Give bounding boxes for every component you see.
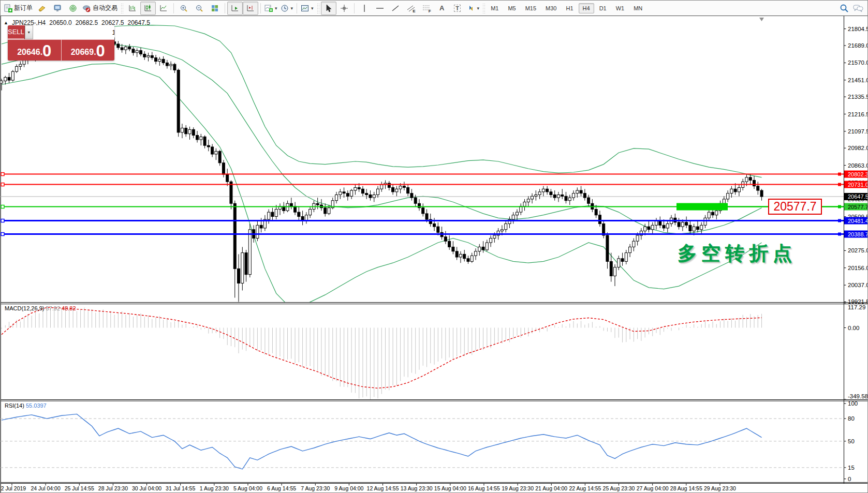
cursor-button[interactable]: [321, 2, 336, 15]
rsi-scale-label: 80: [848, 415, 855, 422]
trendline-button[interactable]: [388, 2, 403, 15]
bar-chart-icon: [128, 4, 137, 12]
rsi-scale-label: 15: [848, 465, 855, 471]
price-tick-label: 20982.0: [848, 145, 868, 151]
timeframe-d1[interactable]: D1: [595, 3, 611, 13]
fibonacci-button[interactable]: F: [419, 2, 434, 15]
collapse-arrow-icon[interactable]: ▲: [4, 20, 8, 25]
equidistant-channel-button[interactable]: E: [403, 2, 419, 15]
timeframe-m30[interactable]: M30: [541, 3, 561, 13]
horizontal-line-button[interactable]: [372, 2, 388, 15]
price-tag-20577-text: 20577.7: [848, 204, 868, 210]
market-watch-button[interactable]: [50, 2, 65, 15]
timeframe-m5[interactable]: M5: [504, 3, 520, 13]
zoom-out-button[interactable]: [192, 2, 207, 15]
volume-decrease-button[interactable]: ▼: [25, 25, 33, 39]
brush-icon: [38, 4, 46, 12]
price-tick-label: 21335.5: [848, 94, 868, 100]
text-tool-button[interactable]: A: [434, 2, 450, 15]
periods-button[interactable]: ▾: [279, 2, 295, 15]
price-tick-label: 21097.5: [848, 128, 868, 135]
chart-shift-button[interactable]: [243, 2, 258, 15]
turning-point-annotation[interactable]: 多空转折点: [678, 241, 797, 266]
price-tick-label: 21216.5: [848, 111, 868, 117]
candle-chart-icon: [144, 4, 152, 12]
buy-price[interactable]: 20669.0: [62, 40, 115, 61]
time-tick-label: 9 Aug 04:00: [334, 485, 363, 491]
toolbar-grip: [482, 3, 485, 13]
auto-scroll-button[interactable]: [227, 2, 243, 15]
zoom-in-button[interactable]: [176, 2, 192, 15]
search-icon[interactable]: [840, 4, 849, 13]
crosshair-icon: [340, 4, 348, 12]
pivot-highlight-rect[interactable]: [676, 203, 728, 211]
timeframe-h1[interactable]: H1: [562, 3, 578, 13]
auto-scroll-icon: [231, 4, 239, 12]
macd-label: MACD(12,26,9) 57.92 48.82: [5, 305, 76, 311]
volume-input[interactable]: [33, 25, 114, 39]
dropdown-icon: ▾: [291, 6, 293, 11]
text-tool-icon: A: [439, 4, 444, 12]
arrows-button[interactable]: ▾: [465, 2, 481, 15]
zoom-in-icon: [180, 4, 188, 12]
template-icon: [301, 4, 309, 12]
toolbar-grip: [317, 3, 319, 13]
time-tick-label: 15 Aug 04:00: [434, 485, 466, 491]
chat-icon[interactable]: [853, 4, 863, 12]
line-chart-button[interactable]: [156, 2, 171, 15]
channel-icon: E: [407, 4, 415, 12]
price-tick-label: 21804.5: [848, 26, 868, 32]
time-tick-label: 25 Aug 23:30: [603, 485, 635, 491]
time-tick-label: 27 Aug 04:00: [637, 485, 669, 491]
price-tick-label: 21689.0: [848, 42, 868, 49]
new-order-button[interactable]: 新订单: [3, 2, 34, 15]
time-tick-label: 22 Aug 14:55: [569, 485, 601, 491]
sell-button[interactable]: SELL: [8, 25, 24, 39]
price-callout-label[interactable]: 20577.7: [768, 199, 822, 215]
time-axis: 22 Jul 201924 Jul 04:0025 Jul 14:5528 Ju…: [1, 484, 736, 492]
data-window-button[interactable]: [65, 2, 81, 15]
toolbar: 新订单 自动交易 ▾ ▾ ▾ E F A T ▾: [1, 1, 868, 16]
horizontal-line-icon: [376, 4, 384, 12]
bar-chart-button[interactable]: [125, 2, 140, 15]
volume-stepper: ▼ ▲: [24, 25, 114, 39]
vertical-line-button[interactable]: [357, 2, 372, 15]
crosshair-button[interactable]: [336, 2, 352, 15]
time-tick-label: 30 Jul 04:00: [132, 485, 161, 491]
timeframe-h4[interactable]: H4: [579, 3, 594, 13]
text-label-button[interactable]: T: [450, 2, 465, 15]
text-label-icon: T: [454, 5, 461, 12]
chart-profile-button[interactable]: [34, 2, 50, 15]
dropdown-icon: ▾: [275, 6, 277, 11]
time-tick-label: 5 Aug 04:00: [233, 485, 262, 491]
rsi-scale-label: 0: [848, 476, 851, 482]
time-tick-label: 12 Aug 14:55: [367, 485, 399, 491]
tile-windows-button[interactable]: [207, 2, 223, 15]
ohlc-close: 20647.5: [127, 19, 150, 26]
timeframe-m15[interactable]: M15: [521, 3, 540, 13]
price-tag-current-text: 20647.5: [848, 193, 868, 200]
timeframe-mn[interactable]: MN: [629, 3, 646, 13]
autotrading-button[interactable]: 自动交易: [81, 2, 119, 15]
price-tag-20481-text: 20481.4: [848, 218, 868, 224]
timeframe-w1[interactable]: W1: [612, 3, 629, 13]
templates-button[interactable]: ▾: [299, 2, 315, 15]
indicators-button[interactable]: ▾: [263, 2, 279, 15]
time-tick-label: 7 Aug 23:30: [301, 485, 330, 491]
sell-price[interactable]: 20646.0: [8, 40, 62, 61]
timeframe-m1[interactable]: M1: [487, 3, 503, 13]
macd-scale-label: 0.00: [848, 325, 859, 331]
one-click-trading-panel: SELL ▼ ▲ BUY 20646.0 20669.0: [8, 25, 114, 61]
rsi-line: [2, 414, 762, 469]
trendline-icon: [391, 4, 400, 12]
new-order-icon: [4, 4, 12, 12]
price-tick-label: 20156.0: [848, 265, 868, 271]
mt4-window: 新订单 自动交易 ▾ ▾ ▾ E F A T ▾: [0, 0, 868, 493]
target-icon: [69, 4, 77, 12]
dropdown-icon: ▾: [311, 6, 314, 11]
rsi-label: RSI(14) 55.0397: [5, 402, 47, 409]
shift-marker-icon[interactable]: [759, 18, 764, 21]
tile-windows-icon: [211, 4, 219, 12]
candle-chart-button[interactable]: [140, 2, 156, 15]
price-tag-20388-text: 20388.7: [848, 231, 868, 237]
